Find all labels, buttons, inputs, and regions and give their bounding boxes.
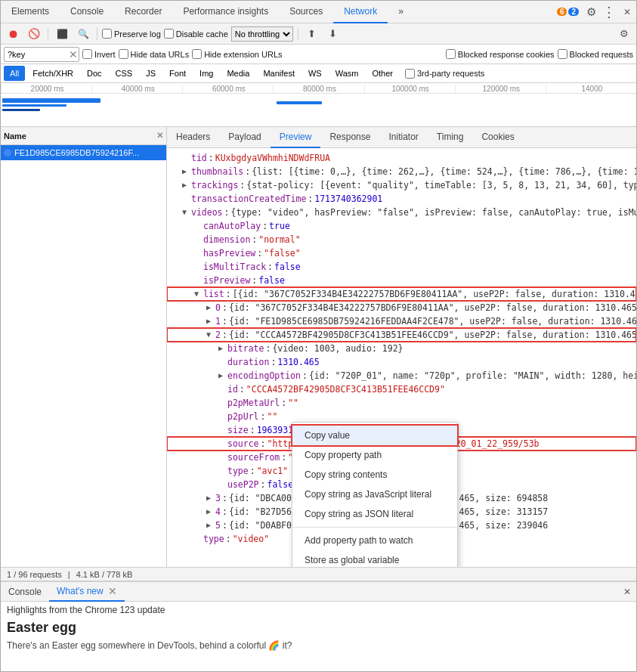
ctx-store-global[interactable]: Store as global variable (292, 550, 457, 567)
source-key: source (227, 438, 259, 450)
timeline-bars (1, 94, 636, 121)
type-btn-fetch[interactable]: Fetch/XHR (26, 66, 79, 81)
tab-network[interactable]: Network (333, 1, 388, 23)
more-button[interactable]: ⋮ (600, 3, 618, 21)
tree-videos[interactable]: ▼ videos : {type: "video", hasPreview: "… (167, 206, 636, 219)
tree-item-2[interactable]: ▼ 2 : {id: "CCCA4572BF42905D8CF3C413B51F… (167, 328, 636, 342)
item-5-key: 5 (215, 519, 221, 531)
invert-label[interactable]: Invert (82, 49, 116, 59)
detail-tab-payload[interactable]: Payload (219, 127, 270, 148)
invert-checkbox[interactable] (82, 49, 92, 59)
hide-data-urls-checkbox[interactable] (119, 49, 128, 59)
tree-encoding[interactable]: ▶ encodingOption : {id: "720P_01", name:… (167, 369, 636, 382)
tab-console[interactable]: Console (60, 1, 114, 23)
upload-icon[interactable]: ⬆ (303, 25, 321, 43)
third-party-label[interactable]: 3rd-party requests (405, 69, 484, 79)
ctx-separator-1 (292, 527, 457, 528)
third-party-checkbox[interactable] (405, 69, 415, 79)
disable-cache-checkbox[interactable] (164, 29, 174, 39)
blocked-requests-label[interactable]: Blocked requests (558, 49, 633, 59)
tick-5: 100000 ms (364, 85, 455, 93)
ctx-copy-value[interactable]: Copy value (292, 426, 457, 445)
type-btn-other[interactable]: Other (366, 66, 399, 81)
preserve-log-label[interactable]: Preserve log (102, 29, 161, 39)
filter-input[interactable] (4, 47, 79, 62)
throttle-select[interactable]: No throttling (231, 26, 293, 42)
type-btn-ws[interactable]: WS (302, 66, 328, 81)
tree-canAutoPlay: canAutoPlay : true (167, 219, 636, 233)
detail-tab-timing[interactable]: Timing (428, 127, 473, 148)
clear-button[interactable]: 🚫 (25, 25, 43, 43)
tree-thumbnails[interactable]: ▶ thumbnails : {list: [{time: 0,…}, {tim… (167, 165, 636, 178)
detail-tab-initiator[interactable]: Initiator (379, 127, 427, 148)
tid-value: KUxbgdyaVWhmhiNDWdFRUA (215, 152, 330, 164)
ctx-copy-property-path[interactable]: Copy property path (292, 445, 457, 465)
type-btn-css[interactable]: CSS (110, 66, 139, 81)
filter-icon-btn[interactable]: ⬛ (53, 25, 71, 43)
type-avc1-key: type (227, 465, 249, 477)
preserve-log-checkbox[interactable] (102, 29, 112, 39)
tree-item-1[interactable]: ▶ 1 : {id: "FE1D985CE6985DB75924216FEDDA… (167, 314, 636, 328)
hide-extension-urls-label[interactable]: Hide extension URLs (192, 49, 282, 59)
bottom-tab-whats-new[interactable]: What's new ✕ (49, 582, 125, 602)
bottom-tab-console[interactable]: Console (1, 582, 49, 602)
type-btn-all[interactable]: All (4, 66, 25, 81)
tree-list[interactable]: ▼ list : [{id: "367C7052F334B4E34222757B… (167, 287, 636, 301)
record-button[interactable]: ⏺ (4, 25, 22, 43)
type-btn-img[interactable]: Img (193, 66, 219, 81)
request-name: FE1D985CE6985DB75924216F... (14, 148, 139, 157)
blocked-response-checkbox[interactable] (446, 49, 456, 59)
type-btn-doc[interactable]: Doc (81, 66, 108, 81)
type-btn-font[interactable]: Font (163, 66, 192, 81)
tab-recorder[interactable]: Recorder (114, 1, 172, 23)
tree-item-0[interactable]: ▶ 0 : {id: "367C7052F334B4E34222757BD6F9… (167, 301, 636, 314)
close-request-icon[interactable]: ✕ (156, 131, 163, 141)
videos-key: videos (191, 206, 223, 218)
bottom-panel-close[interactable]: ✕ (618, 583, 636, 601)
blocked-response-label[interactable]: Blocked response cookies (446, 49, 555, 59)
tree-bitrate[interactable]: ▶ bitrate : {video: 1003, audio: 192} (167, 342, 636, 355)
ctx-add-to-watch[interactable]: Add property path to watch (292, 531, 457, 550)
enc-id-value: "CCCA4572BF42905D8CF3C413B51FEE46CCD9" (246, 383, 445, 395)
detail-tab-headers[interactable]: Headers (167, 127, 219, 148)
tick-6: 120000 ms (455, 85, 546, 93)
ctx-copy-string-js[interactable]: Copy string as JavaScript literal (292, 485, 457, 504)
type-btn-js[interactable]: JS (140, 66, 162, 81)
tab-elements[interactable]: Elements (1, 1, 60, 23)
tab-sources[interactable]: Sources (279, 1, 333, 23)
close-button[interactable]: ✕ (618, 3, 636, 21)
ctx-copy-string-contents[interactable]: Copy string contents (292, 465, 457, 485)
source-from-key: sourceFrom (227, 451, 280, 463)
hide-data-urls-label[interactable]: Hide data URLs (119, 49, 190, 59)
disable-cache-label[interactable]: Disable cache (164, 29, 228, 39)
blocked-requests-checkbox[interactable] (558, 49, 567, 59)
bottom-tabs: Console What's new ✕ ✕ (1, 582, 636, 602)
network-toolbar: ⏺ 🚫 ⬛ 🔍 Preserve log Disable cache No th… (1, 23, 636, 45)
bottom-tab-close-icon[interactable]: ✕ (108, 585, 117, 597)
type-btn-manifest[interactable]: Manifest (257, 66, 301, 81)
network-settings-icon[interactable]: ⚙ (615, 25, 633, 43)
tree-trackings[interactable]: ▶ trackings : {stat-policy: [{event: "qu… (167, 178, 636, 192)
transaction-key: transactionCreatedTime (191, 193, 306, 205)
settings-button[interactable]: ⚙ (582, 3, 600, 21)
download-icon[interactable]: ⬇ (324, 25, 342, 43)
detail-tab-preview[interactable]: Preview (271, 127, 321, 148)
hide-extension-urls-checkbox[interactable] (192, 49, 202, 59)
list-value: [{id: "367C7052F334B4E34222757BD6F9E8041… (233, 288, 636, 300)
item-2-key: 2 (215, 329, 221, 341)
tab-performance[interactable]: Performance insights (172, 1, 279, 23)
detail-tab-cookies[interactable]: Cookies (472, 127, 523, 148)
detail-tab-response[interactable]: Response (320, 127, 379, 148)
duration-value: 1310.465 (277, 356, 319, 368)
tree-tid: tid : KUxbgdyaVWhmhiNDWdFRUA (167, 151, 636, 165)
list-key: list (203, 288, 224, 300)
tab-more[interactable]: » (388, 1, 414, 23)
ctx-copy-string-json[interactable]: Copy string as JSON literal (292, 504, 457, 524)
tree-hasPreview: hasPreview : "false" (167, 246, 636, 260)
filter-clear-btn[interactable]: ✕ (69, 49, 78, 60)
separator-3 (298, 28, 298, 40)
search-icon-btn[interactable]: 🔍 (74, 25, 92, 43)
request-row-selected[interactable]: FE1D985CE6985DB75924216F... (1, 145, 166, 160)
type-btn-wasm[interactable]: Wasm (329, 66, 365, 81)
type-btn-media[interactable]: Media (221, 66, 255, 81)
